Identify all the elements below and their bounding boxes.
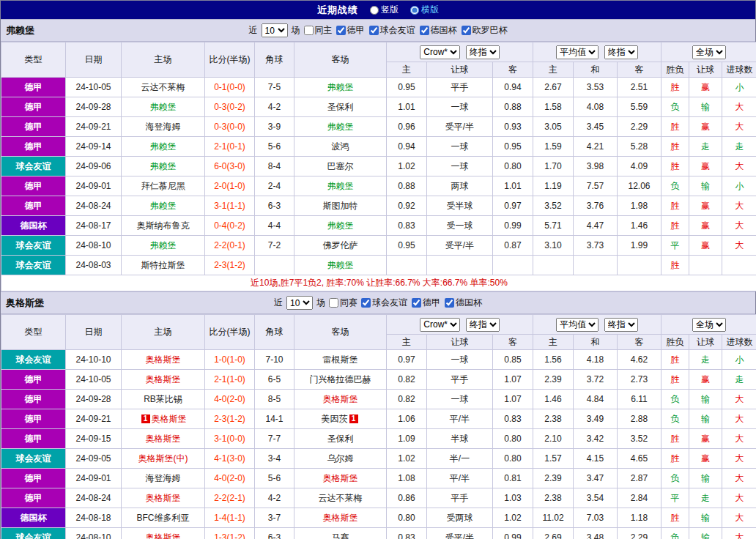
away-team-cell[interactable]: 巴塞尔 — [294, 157, 387, 176]
same-competition-filter[interactable]: 同赛 — [329, 297, 357, 309]
league-filter[interactable]: 球会友谊 — [361, 297, 407, 309]
away-team-cell[interactable]: 雷根斯堡 — [294, 350, 387, 370]
league-checkbox[interactable] — [412, 298, 421, 308]
league-checkbox[interactable] — [445, 298, 454, 308]
away-team-cell[interactable]: 美因茨1 — [294, 409, 387, 429]
bookmaker-select[interactable]: Crow* — [420, 45, 460, 59]
away-team-cell[interactable]: 乌尔姆 — [294, 449, 387, 469]
score-cell[interactable]: 6-0(3-0) — [205, 157, 255, 176]
score-cell[interactable]: 2-1(0-1) — [205, 137, 255, 157]
score-cell[interactable]: 4-1(3-0) — [205, 449, 255, 469]
home-team-cell[interactable]: 奥格斯堡 — [122, 350, 205, 370]
layout-radio-vertical[interactable]: 竖版 — [370, 4, 399, 16]
same-venue-checkbox[interactable] — [304, 26, 314, 35]
home-team-cell[interactable]: 弗赖堡 — [122, 196, 205, 216]
home-team-cell[interactable]: 奥格斯堡(中) — [122, 449, 205, 469]
score-cell[interactable]: 0-3(0-0) — [205, 117, 255, 137]
home-team-cell[interactable]: 拜仁慕尼黑 — [122, 176, 205, 196]
same-venue-filter[interactable]: 同主 — [304, 24, 333, 37]
away-team-cell[interactable]: 奥格斯堡 — [294, 390, 387, 409]
home-team-cell[interactable]: 奥格斯堡 — [122, 429, 205, 449]
home-team-cell[interactable]: 海登海姆 — [122, 469, 205, 488]
away-team-cell[interactable]: 弗赖堡 — [294, 117, 387, 137]
average-stage-select[interactable]: 终指 — [604, 45, 638, 59]
score-cell[interactable]: 4-0(2-0) — [205, 469, 255, 488]
average-stage-select[interactable]: 终指 — [604, 318, 638, 332]
result-cell: 赢 — [689, 429, 722, 449]
bookmaker-select[interactable]: Crow* — [420, 318, 460, 332]
score-cell[interactable]: 1-4(1-1) — [205, 508, 255, 528]
home-team-cell[interactable]: BFC维多利亚 — [122, 508, 205, 528]
score-cell[interactable]: 2-1(1-0) — [205, 370, 255, 390]
away-team-cell[interactable]: 奥格斯堡 — [294, 508, 387, 528]
score-cell[interactable]: 2-2(2-1) — [205, 488, 255, 508]
score-cell[interactable]: 3-1(0-0) — [205, 429, 255, 449]
away-team-cell[interactable]: 马赛 — [294, 528, 387, 539]
team-section-augsburg: 奥格斯堡 近 10 场 同赛 球会友谊德甲德国杯 类型 — [1, 291, 755, 539]
away-team-cell[interactable]: 圣保利 — [294, 97, 387, 117]
bookmaker-stage-select[interactable]: 终指 — [466, 318, 500, 332]
home-team-cell[interactable]: 弗赖堡 — [122, 97, 205, 117]
average-select[interactable]: 平均值 — [556, 318, 598, 332]
score-cell[interactable]: 1-3(1-2) — [205, 528, 255, 539]
score-cell[interactable]: 2-2(0-1) — [205, 236, 255, 256]
fulltime-select[interactable]: 全场 — [692, 318, 726, 332]
recent-count-select[interactable]: 10 — [262, 23, 288, 37]
fulltime-select[interactable]: 全场 — [692, 45, 726, 59]
league-filter[interactable]: 球会友谊 — [369, 24, 415, 37]
bookmaker-stage-select[interactable]: 终指 — [466, 45, 500, 59]
home-team-cell[interactable]: 1奥格斯堡 — [122, 409, 205, 429]
home-team-cell[interactable]: 奥格斯堡 — [122, 528, 205, 539]
layout-radio-horizontal[interactable]: 横版 — [410, 4, 439, 16]
league-filter[interactable]: 欧罗巴杯 — [462, 24, 508, 37]
home-team-cell[interactable]: 弗赖堡 — [122, 236, 205, 256]
league-filter[interactable]: 德甲 — [412, 297, 440, 309]
home-team-cell[interactable]: 云达不莱梅 — [122, 78, 205, 97]
score-cell[interactable]: 1-0(1-0) — [205, 350, 255, 370]
result-cell: 胜 — [662, 256, 689, 275]
score-cell[interactable]: 3-1(1-1) — [205, 196, 255, 216]
score-cell[interactable]: 2-3(1-2) — [205, 409, 255, 429]
league-checkbox[interactable] — [462, 26, 471, 35]
home-team-cell[interactable]: 奥斯纳布鲁克 — [122, 216, 205, 236]
home-team-cell[interactable]: 奥格斯堡 — [122, 488, 205, 508]
away-team-cell[interactable]: 斯图加特 — [294, 196, 387, 216]
odds-cell: 1.19 — [533, 176, 574, 196]
average-select[interactable]: 平均值 — [556, 45, 598, 59]
result-cell: 走 — [689, 137, 722, 157]
home-team-cell[interactable]: 斯特拉斯堡 — [122, 256, 205, 275]
away-team-cell[interactable]: 波鸿 — [294, 137, 387, 157]
league-checkbox[interactable] — [369, 26, 379, 35]
home-team-cell[interactable]: 弗赖堡 — [122, 157, 205, 176]
away-team-cell[interactable]: 弗赖堡 — [294, 256, 387, 275]
home-team-cell[interactable]: RB莱比锡 — [122, 390, 205, 409]
score-cell[interactable]: 2-0(1-0) — [205, 176, 255, 196]
home-team-cell[interactable]: 海登海姆 — [122, 117, 205, 137]
away-team-cell[interactable]: 圣保利 — [294, 429, 387, 449]
recent-count-select[interactable]: 10 — [286, 296, 313, 310]
league-filter[interactable]: 德甲 — [336, 24, 365, 37]
team-name: 奥格斯堡 — [323, 513, 358, 523]
score-cell[interactable]: 0-4(0-2) — [205, 216, 255, 236]
score-cell[interactable]: 0-3(0-2) — [205, 97, 255, 117]
same-competition-checkbox[interactable] — [329, 298, 338, 308]
score-cell[interactable]: 4-0(2-0) — [205, 390, 255, 409]
away-team-cell[interactable]: 弗赖堡 — [294, 176, 387, 196]
league-checkbox[interactable] — [361, 298, 371, 308]
league-checkbox[interactable] — [336, 26, 346, 35]
away-team-cell[interactable]: 弗赖堡 — [294, 78, 387, 97]
horizontal-radio-input[interactable] — [410, 6, 419, 15]
vertical-radio-input[interactable] — [370, 6, 379, 15]
away-team-cell[interactable]: 弗赖堡 — [294, 216, 387, 236]
home-team-cell[interactable]: 弗赖堡 — [122, 137, 205, 157]
league-filter[interactable]: 德国杯 — [420, 24, 457, 37]
away-team-cell[interactable]: 云达不莱梅 — [294, 488, 387, 508]
away-team-cell[interactable]: 奥格斯堡 — [294, 469, 387, 488]
home-team-cell[interactable]: 奥格斯堡 — [122, 370, 205, 390]
league-checkbox[interactable] — [420, 26, 429, 35]
score-cell[interactable]: 2-3(1-2) — [205, 256, 255, 275]
league-filter[interactable]: 德国杯 — [445, 297, 482, 309]
score-cell[interactable]: 0-1(0-0) — [205, 78, 255, 97]
away-team-cell[interactable]: 门兴格拉德巴赫 — [294, 370, 387, 390]
away-team-cell[interactable]: 佛罗伦萨 — [294, 236, 387, 256]
